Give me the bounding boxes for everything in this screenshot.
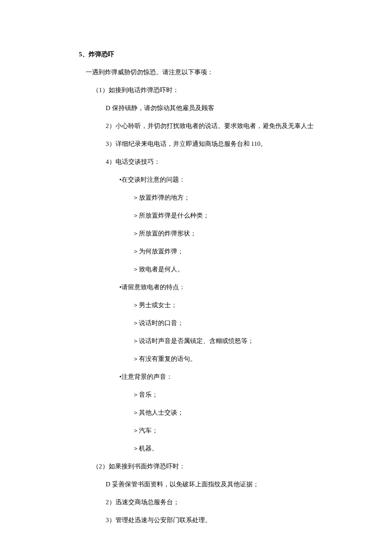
- topic-1-line-3: ＞所放置的炸弹形状；: [133, 228, 345, 238]
- item-1-3: 3）详细纪录来电电话，并立即通知商场总服务台和 110。: [106, 139, 345, 149]
- item-1-1: D 保持镇静，请勿惊动其他雇员及顾客: [106, 103, 345, 113]
- item-2-3: 3）管理处迅速与公安部门联系处理。: [106, 515, 345, 525]
- topic-2-head: •请留意致电者的特点：: [119, 282, 345, 292]
- item-1-2: 2）小心聆听，并切勿打扰致电者的说话。要求致电者，避免伤及无辜人士: [106, 121, 345, 131]
- subsection-2-head: （2）如果接到书面炸弹恐吓时：: [92, 461, 345, 471]
- topic-1-line-4: ＞为何放置炸弹；: [133, 246, 345, 256]
- topic-1-line-1: ＞放置炸弹的地方；: [133, 192, 345, 203]
- topic-2-line-3: ＞说话时声音是否属镇定、含糊或愤怒等；: [133, 336, 345, 346]
- subsection-1-head: （1）如接到电话炸弹恐吓时：: [92, 85, 345, 95]
- topic-1-line-5: ＞致电者是何人。: [133, 264, 345, 274]
- topic-1-head: •在交谈时注意的问题：: [119, 174, 345, 185]
- topic-3-line-4: ＞机器。: [133, 443, 345, 453]
- topic-3-line-2: ＞其他人士交谈；: [133, 407, 345, 418]
- item-1-4: 4）电话交谈技巧：: [106, 157, 345, 167]
- topic-2-line-4: ＞有没有重复的语句。: [133, 354, 345, 364]
- intro-text: 一遇到炸弹威胁切勿惊恐。请注意以下事项：: [86, 67, 345, 77]
- item-2-2: 2）迅速交商场总服务台；: [106, 497, 345, 507]
- section-title: 5、炸弹恐吓: [79, 49, 345, 59]
- topic-2-line-2: ＞说话时的口音；: [133, 318, 345, 328]
- item-2-1: D 妥善保管书面资料，以免破坏上面指纹及其他证据；: [106, 479, 345, 489]
- topic-2-line-1: ＞男士或女士；: [133, 300, 345, 310]
- topic-3-head: •注意背景的声音：: [119, 372, 345, 382]
- topic-3-line-1: ＞音乐；: [133, 389, 345, 400]
- topic-1-line-2: ＞所放置炸弹是什么种类；: [133, 210, 345, 221]
- topic-3-line-3: ＞汽车；: [133, 425, 345, 436]
